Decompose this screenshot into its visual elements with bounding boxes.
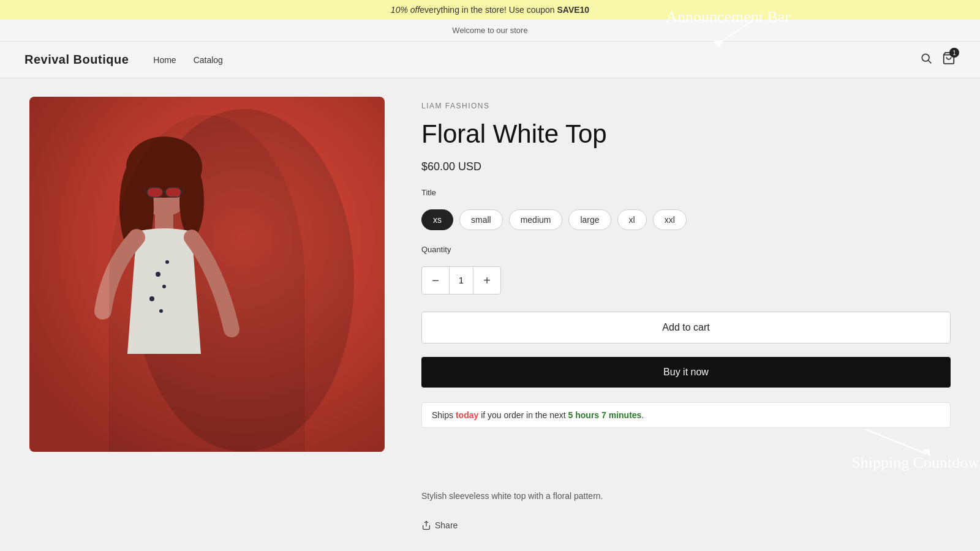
announcement-text: everything in the store! Use coupon bbox=[420, 5, 557, 15]
buy-now-button[interactable]: Buy it now bbox=[421, 357, 951, 388]
svg-point-16 bbox=[165, 260, 169, 264]
svg-rect-17 bbox=[147, 187, 163, 197]
svg-line-20 bbox=[143, 190, 147, 192]
svg-point-2 bbox=[922, 54, 929, 61]
ships-label: Ships bbox=[432, 410, 456, 420]
product-image bbox=[29, 97, 385, 452]
svg-point-12 bbox=[156, 272, 160, 277]
svg-point-15 bbox=[159, 309, 163, 313]
size-xs[interactable]: xs bbox=[421, 209, 453, 230]
svg-point-13 bbox=[162, 285, 166, 288]
svg-rect-11 bbox=[155, 212, 173, 233]
quantity-decrease-button[interactable]: − bbox=[422, 267, 449, 294]
product-image-svg bbox=[29, 97, 385, 452]
svg-point-9 bbox=[119, 158, 154, 256]
quantity-increase-button[interactable]: + bbox=[473, 267, 500, 294]
brand-label: LIAM FASHIONS bbox=[421, 102, 951, 110]
size-xl[interactable]: xl bbox=[617, 209, 647, 230]
main-nav: Home Catalog bbox=[153, 55, 920, 65]
svg-line-21 bbox=[181, 190, 185, 192]
shipping-time: 5 hours 7 minutes bbox=[568, 410, 642, 420]
share-icon bbox=[421, 520, 431, 530]
if-you-order-label: if you order in the next bbox=[478, 410, 568, 420]
svg-line-3 bbox=[929, 61, 932, 64]
share-label: Share bbox=[435, 520, 458, 530]
cart-icon[interactable]: 1 bbox=[942, 51, 956, 68]
size-xxl[interactable]: xxl bbox=[653, 209, 687, 230]
shipping-period: . bbox=[641, 410, 644, 420]
quantity-value: 1 bbox=[449, 267, 473, 294]
svg-point-14 bbox=[149, 296, 154, 301]
svg-rect-18 bbox=[165, 187, 181, 197]
announcement-bar: 10% offeverything in the store! Use coup… bbox=[0, 0, 980, 20]
quantity-control: − 1 + bbox=[421, 266, 501, 294]
size-small[interactable]: small bbox=[459, 209, 503, 230]
nav-catalog[interactable]: Catalog bbox=[194, 55, 223, 65]
svg-point-10 bbox=[179, 164, 204, 238]
welcome-bar: Welcome to our store bbox=[0, 20, 980, 42]
quantity-label: Quantity bbox=[421, 245, 951, 254]
size-medium[interactable]: medium bbox=[509, 209, 563, 230]
header-icons: 1 bbox=[920, 51, 956, 68]
announcement-coupon: SAVE10 bbox=[557, 5, 589, 15]
product-image-wrapper bbox=[29, 97, 385, 533]
size-large[interactable]: large bbox=[568, 209, 611, 230]
product-title: Floral White Top bbox=[421, 120, 951, 148]
nav-home[interactable]: Home bbox=[153, 55, 176, 65]
welcome-text: Welcome to our store bbox=[452, 26, 527, 35]
shipping-arrow-svg bbox=[804, 423, 980, 472]
svg-line-22 bbox=[865, 429, 926, 454]
product-description: Stylish sleeveless white top with a flor… bbox=[421, 489, 951, 503]
shipping-countdown: Ships today if you order in the next 5 h… bbox=[421, 402, 951, 428]
title-selector-label: Title bbox=[421, 188, 951, 197]
shipping-annotation-label: Shipping Countdown bbox=[851, 454, 980, 472]
product-price: $60.00 USD bbox=[421, 160, 951, 173]
svg-point-6 bbox=[134, 109, 354, 452]
logo[interactable]: Revival Boutique bbox=[24, 53, 129, 67]
product-details: LIAM FASHIONS Floral White Top $60.00 US… bbox=[421, 97, 951, 533]
main-content: LIAM FASHIONS Floral White Top $60.00 US… bbox=[0, 78, 980, 551]
svg-marker-23 bbox=[923, 449, 930, 457]
size-options: xs small medium large xl xxl bbox=[421, 209, 951, 230]
announcement-discount: 10% off bbox=[391, 5, 420, 15]
add-to-cart-button[interactable]: Add to cart bbox=[421, 312, 951, 343]
cart-badge: 1 bbox=[949, 48, 959, 58]
header: Revival Boutique Home Catalog Announceme… bbox=[0, 42, 980, 78]
share-button[interactable]: Share bbox=[421, 518, 951, 533]
today-label: today bbox=[456, 410, 478, 420]
shipping-annotation-area: Shipping Countdown bbox=[421, 435, 951, 472]
search-icon[interactable] bbox=[920, 52, 932, 67]
svg-point-8 bbox=[126, 137, 202, 198]
